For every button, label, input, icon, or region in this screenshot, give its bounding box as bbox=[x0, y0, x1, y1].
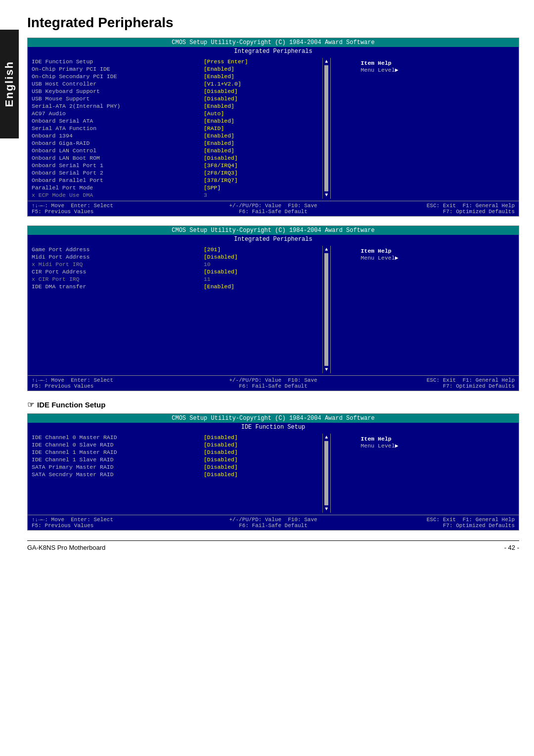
table-row[interactable]: Onboard Serial ATA[Enabled] bbox=[32, 117, 318, 125]
row-value: [Disabled] bbox=[204, 155, 318, 161]
table-row[interactable]: Onboard Serial Port 2[2F8/IRQ3] bbox=[32, 169, 318, 177]
row-label: Onboard LAN Boot ROM bbox=[32, 155, 189, 161]
row-label: USB Keyboard Support bbox=[32, 88, 189, 94]
table-row[interactable]: Serial-ATA 2(Internal PHY)[Enabled] bbox=[32, 102, 318, 110]
table-row[interactable]: Onboard Parallel Port[378/IRQ7] bbox=[32, 177, 318, 184]
row-value: [RAID] bbox=[204, 125, 318, 132]
bios-title-1-line1: CMOS Setup Utility-Copyright (C) 1984-20… bbox=[28, 38, 519, 47]
table-row[interactable]: Serial ATA Function[RAID] bbox=[32, 125, 318, 132]
table-row[interactable]: Game Port Address[201] bbox=[32, 246, 318, 253]
table-row[interactable]: USB Mouse Support[Disabled] bbox=[32, 95, 318, 102]
row-value: [Press Enter] bbox=[204, 58, 318, 65]
bios-scrollbar-1[interactable]: ▲ ▼ bbox=[322, 58, 330, 199]
table-row: x Midi Port IRQ10 bbox=[32, 261, 318, 268]
scroll-up-icon-3[interactable]: ▲ bbox=[325, 435, 328, 440]
row-value: [3F8/IRQ4] bbox=[204, 162, 318, 169]
bios-title-2-line2: Integrated Peripherals bbox=[28, 235, 519, 244]
bios-rows-3: IDE Channel 0 Master RAID[Disabled]IDE C… bbox=[28, 434, 322, 513]
row-label: IDE Channel 0 Master RAID bbox=[32, 434, 189, 441]
row-value: [Disabled] bbox=[204, 471, 318, 478]
row-label: Onboard LAN Control bbox=[32, 147, 189, 154]
scroll-down-icon[interactable]: ▼ bbox=[325, 192, 328, 198]
scroll-up-icon-2[interactable]: ▲ bbox=[325, 247, 328, 252]
table-row[interactable]: AC97 Audio[Auto] bbox=[32, 110, 318, 117]
table-row[interactable]: SATA Secndry Master RAID[Disabled] bbox=[32, 471, 318, 478]
item-help-3: Item Help Menu Level▶ bbox=[330, 434, 429, 513]
table-row[interactable]: Midi Port Address[Disabled] bbox=[32, 253, 318, 261]
item-help-1: Item Help Menu Level▶ bbox=[330, 58, 429, 199]
bios-scrollbar-2[interactable]: ▲ ▼ bbox=[322, 246, 330, 373]
table-row[interactable]: IDE DMA transfer[Enabled] bbox=[32, 283, 318, 290]
table-row[interactable]: IDE Function Setup[Press Enter] bbox=[32, 58, 318, 65]
table-row[interactable]: IDE Channel 0 Master RAID[Disabled] bbox=[32, 434, 318, 441]
row-value: [Disabled] bbox=[204, 95, 318, 102]
bios-box-2: CMOS Setup Utility-Copyright (C) 1984-20… bbox=[27, 225, 519, 391]
bios-title-3-line2: IDE Function Setup bbox=[28, 423, 519, 432]
table-row[interactable]: SATA Primary Master RAID[Disabled] bbox=[32, 463, 318, 471]
bios-footer-3: ↑↓→←: Move Enter: Select F5: Previous Va… bbox=[28, 515, 519, 530]
row-label: AC97 Audio bbox=[32, 110, 189, 117]
section-arrow-icon: ☞ bbox=[27, 400, 34, 409]
row-label: SATA Secndry Master RAID bbox=[32, 471, 189, 478]
table-row[interactable]: On-Chip Secondary PCI IDE[Enabled] bbox=[32, 73, 318, 80]
row-value: [Enabled] bbox=[204, 73, 318, 80]
row-label: Onboard Serial ATA bbox=[32, 118, 189, 124]
row-value: [Enabled] bbox=[204, 140, 318, 146]
bios-title-3-line1: CMOS Setup Utility-Copyright (C) 1984-20… bbox=[28, 414, 519, 423]
table-row[interactable]: IDE Channel 1 Slave RAID[Disabled] bbox=[32, 456, 318, 463]
row-value: 3 bbox=[204, 192, 318, 198]
row-label: x Midi Port IRQ bbox=[32, 261, 189, 267]
table-row[interactable]: Parallel Port Mode[SPP] bbox=[32, 184, 318, 191]
table-row[interactable]: Onboard LAN Control[Enabled] bbox=[32, 147, 318, 154]
row-label: IDE Channel 1 Master RAID bbox=[32, 449, 189, 455]
menu-level-2: Menu Level▶ bbox=[361, 254, 399, 261]
table-row[interactable]: On-Chip Primary PCI IDE[Enabled] bbox=[32, 65, 318, 73]
table-row[interactable]: USB Host Controller[V1.1+V2.0] bbox=[32, 80, 318, 88]
row-label: Onboard Giga-RAID bbox=[32, 140, 189, 146]
row-label: IDE DMA transfer bbox=[32, 283, 189, 290]
bios-scrollbar-3[interactable]: ▲ ▼ bbox=[322, 434, 330, 513]
row-label: USB Mouse Support bbox=[32, 95, 189, 102]
footer-right: - 42 - bbox=[504, 544, 519, 551]
footer-left: GA-K8NS Pro Motherboard bbox=[27, 544, 105, 551]
bios-footer-1: ↑↓→←: Move Enter: Select F5: Previous Va… bbox=[28, 201, 519, 216]
row-value: [Enabled] bbox=[204, 66, 318, 72]
row-value: 10 bbox=[204, 261, 318, 267]
table-row[interactable]: Onboard Serial Port 1[3F8/IRQ4] bbox=[32, 162, 318, 169]
item-help-label-1: Item Help bbox=[361, 60, 399, 66]
bios-footer-2: ↑↓→←: Move Enter: Select F5: Previous Va… bbox=[28, 375, 519, 391]
scroll-up-icon[interactable]: ▲ bbox=[325, 59, 328, 64]
table-row[interactable]: IDE Channel 1 Master RAID[Disabled] bbox=[32, 448, 318, 456]
row-value: [2F8/IRQ3] bbox=[204, 170, 318, 176]
table-row[interactable]: IDE Channel 0 Slave RAID[Disabled] bbox=[32, 441, 318, 448]
ide-section-title: IDE Function Setup bbox=[37, 400, 105, 409]
row-value: [Disabled] bbox=[204, 268, 318, 275]
table-row[interactable]: Onboard LAN Boot ROM[Disabled] bbox=[32, 154, 318, 162]
row-value: [201] bbox=[204, 246, 318, 253]
row-value: [Disabled] bbox=[204, 88, 318, 94]
bios-rows-1: IDE Function Setup[Press Enter]On-Chip P… bbox=[28, 58, 322, 199]
bios-rows-2: Game Port Address[201]Midi Port Address[… bbox=[28, 246, 322, 373]
row-value: [SPP] bbox=[204, 184, 318, 191]
side-tab: English bbox=[0, 30, 19, 138]
table-row: x ECP Mode Use DMA3 bbox=[32, 191, 318, 199]
page-footer: GA-K8NS Pro Motherboard - 42 - bbox=[27, 540, 519, 551]
bios-box-3: CMOS Setup Utility-Copyright (C) 1984-20… bbox=[27, 413, 519, 531]
row-value: [Enabled] bbox=[204, 283, 318, 290]
scroll-down-icon-3[interactable]: ▼ bbox=[325, 506, 328, 512]
row-value: [V1.1+V2.0] bbox=[204, 81, 318, 87]
table-row[interactable]: USB Keyboard Support[Disabled] bbox=[32, 88, 318, 95]
row-value: [Disabled] bbox=[204, 456, 318, 463]
scroll-down-icon-2[interactable]: ▼ bbox=[325, 367, 328, 372]
table-row[interactable]: Onboard 1394[Enabled] bbox=[32, 132, 318, 139]
row-label: IDE Channel 0 Slave RAID bbox=[32, 442, 189, 448]
row-label: Serial ATA Function bbox=[32, 125, 189, 132]
row-value: [Enabled] bbox=[204, 118, 318, 124]
table-row: x CIR Port IRQ11 bbox=[32, 275, 318, 283]
table-row[interactable]: Onboard Giga-RAID[Enabled] bbox=[32, 139, 318, 147]
row-value: [Enabled] bbox=[204, 103, 318, 109]
item-help-2: Item Help Menu Level▶ bbox=[330, 246, 429, 373]
row-label: Game Port Address bbox=[32, 246, 189, 253]
table-row[interactable]: CIR Port Address[Disabled] bbox=[32, 268, 318, 275]
row-label: CIR Port Address bbox=[32, 268, 189, 275]
